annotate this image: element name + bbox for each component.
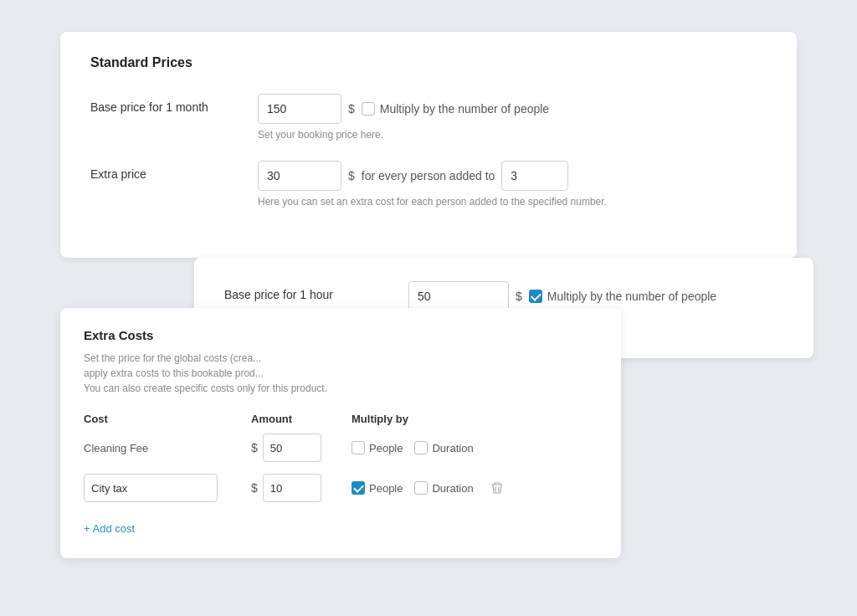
city-tax-name-input[interactable] [84, 474, 218, 502]
extra-price-label: Extra price [90, 161, 258, 181]
hourly-price-currency: $ [516, 290, 522, 303]
hourly-multiply-label[interactable]: Multiply by the number of people [529, 290, 716, 303]
col-amount: Amount [251, 413, 352, 425]
col-cost: Cost [84, 413, 251, 425]
extra-price-row: Extra price $ for every person added to … [90, 161, 767, 208]
extra-price-hint: Here you can set an extra cost for each … [258, 196, 607, 208]
base-price-multiply-text: Multiply by the number of people [380, 102, 549, 116]
cost-amount-cell-1: $ [251, 434, 352, 462]
base-price-controls: $ Multiply by the number of people Set y… [258, 94, 549, 141]
extra-price-controls: $ for every person added to Here you can… [258, 161, 607, 208]
city-tax-amount[interactable] [263, 474, 321, 502]
cleaning-duration-text: Duration [432, 442, 473, 454]
hourly-price-label: Base price for 1 hour [224, 281, 408, 301]
base-price-row: Base price for 1 month $ Multiply by the… [90, 94, 767, 141]
hourly-price-input[interactable] [408, 281, 509, 311]
city-duration-checkbox[interactable] [414, 481, 428, 495]
cleaning-fee-amount[interactable] [263, 434, 321, 462]
base-price-multiply-checkbox[interactable] [362, 102, 375, 116]
base-price-inline: $ Multiply by the number of people [258, 94, 549, 124]
cost-amount-cell-2: $ [251, 474, 352, 502]
for-every-text: for every person added to [362, 169, 495, 182]
cost-name-cleaning: Cleaning Fee [84, 442, 251, 454]
hourly-price-inline: $ Multiply by the number of people [408, 281, 716, 311]
cost-currency-1: $ [251, 441, 258, 454]
city-people-text: People [369, 482, 403, 495]
hourly-multiply-text: Multiply by the number of people [547, 290, 716, 303]
standard-prices-card: Standard Prices Base price for 1 month $… [60, 32, 797, 258]
costs-table: Cost Amount Multiply by Cleaning Fee $ P… [84, 413, 598, 502]
base-price-label: Base price for 1 month [90, 94, 258, 114]
cleaning-people-text: People [369, 442, 403, 454]
city-duration-label[interactable]: Duration [414, 481, 473, 495]
base-price-hint: Set your booking price here. [258, 129, 549, 141]
cost-name-city [84, 474, 251, 502]
cost-currency-2: $ [251, 481, 258, 495]
cleaning-multiply-cell: People Duration [352, 441, 598, 454]
extra-price-input[interactable] [258, 161, 341, 191]
city-people-label[interactable]: People [352, 481, 403, 495]
add-cost-link[interactable]: + Add cost [84, 522, 135, 535]
cleaning-people-label[interactable]: People [352, 441, 403, 454]
standard-prices-title: Standard Prices [90, 55, 767, 70]
city-duration-text: Duration [432, 482, 473, 495]
city-multiply-cell: People Duration [352, 481, 598, 495]
extra-price-currency: $ [348, 169, 355, 182]
cleaning-people-checkbox[interactable] [352, 441, 365, 454]
base-price-multiply-label[interactable]: Multiply by the number of people [362, 102, 549, 116]
base-price-currency: $ [348, 102, 355, 116]
extra-costs-desc: Set the price for the global costs (crea… [84, 351, 598, 396]
extra-costs-title: Extra Costs [84, 328, 598, 342]
base-price-input[interactable] [258, 94, 341, 124]
cleaning-duration-label[interactable]: Duration [414, 441, 473, 454]
extra-price-inline: $ for every person added to [258, 161, 607, 191]
extra-price-person-count[interactable] [501, 161, 568, 191]
table-row: $ People Duration [84, 474, 598, 502]
cleaning-duration-checkbox[interactable] [414, 441, 428, 454]
city-people-checkbox[interactable] [352, 481, 365, 495]
costs-table-header: Cost Amount Multiply by [84, 413, 598, 425]
hourly-multiply-checkbox[interactable] [529, 290, 542, 303]
delete-city-tax-icon[interactable] [490, 481, 504, 495]
table-row: Cleaning Fee $ People Duration [84, 434, 598, 462]
col-multiply: Multiply by [352, 413, 598, 425]
extra-costs-card: Extra Costs Set the price for the global… [60, 308, 621, 558]
